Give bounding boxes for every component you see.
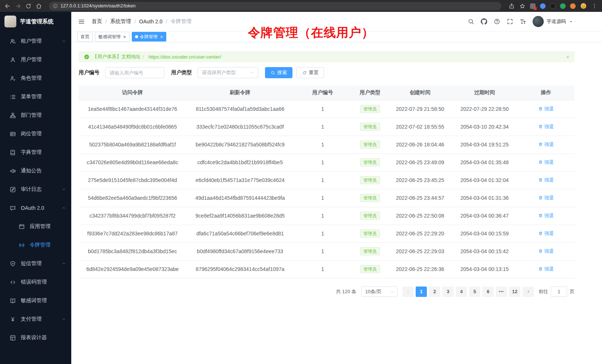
sidebar-item-app[interactable]: 应用管理	[0, 217, 71, 236]
sidebar-item-notice[interactable]: 通知公告	[0, 162, 71, 180]
force-logout-button[interactable]: 强退	[538, 248, 554, 255]
sidebar-item-sensitive[interactable]: 敏感词管理	[0, 291, 71, 310]
user-type-select[interactable]: 请选择用户类型	[197, 67, 258, 78]
search-button[interactable]: 搜索	[265, 67, 292, 78]
fullscreen-icon[interactable]	[507, 18, 513, 25]
jump-label: 前往	[539, 288, 548, 295]
breadcrumb: 首页/系统管理/OAuth 2.0/令牌管理	[92, 18, 192, 25]
user-id-label: 用户编号	[79, 69, 99, 76]
user-id-cell: 1	[294, 171, 351, 189]
jump-page-input[interactable]	[551, 287, 567, 297]
profile-avatar-icon[interactable]	[580, 3, 587, 9]
page-button-1[interactable]: 1	[416, 287, 427, 297]
active-tab-dot	[135, 35, 138, 38]
more-pages-button[interactable]: •••	[496, 287, 507, 297]
sidebar-item-menu[interactable]: 菜单管理	[0, 87, 71, 106]
user-type-badge: 管理员	[360, 105, 380, 113]
app-title: 芋道管理系统	[20, 18, 53, 25]
sidebar-item-user[interactable]: 用户管理	[0, 50, 71, 69]
breadcrumb-item[interactable]: 令牌管理	[171, 18, 192, 25]
tab-close-icon[interactable]: ×	[123, 34, 126, 39]
page-size-value: 10条/页	[365, 288, 382, 295]
force-logout-button[interactable]: 强退	[538, 266, 554, 272]
force-logout-button[interactable]: 强退	[538, 123, 554, 130]
collapse-menu-icon[interactable]	[78, 18, 85, 25]
force-logout-button[interactable]: 强退	[538, 106, 554, 112]
breadcrumb-item[interactable]: 系统管理	[110, 18, 131, 25]
page-size-select[interactable]: 10条/页	[361, 287, 397, 297]
extension-blue-icon[interactable]	[540, 3, 546, 9]
tab-1[interactable]: 敏感词管理 ×	[95, 32, 130, 42]
breadcrumb-item[interactable]: 首页	[92, 18, 102, 25]
font-size-icon[interactable]	[520, 18, 526, 25]
table-row: 41c41346a548490f9dc8b01c6bfe0865 333ecfc…	[79, 118, 575, 136]
sidebar-item-dict[interactable]: 字典管理	[0, 143, 71, 162]
refresh-icon	[302, 70, 307, 75]
user-id-cell: 1	[294, 242, 351, 260]
browser-back-icon[interactable]	[4, 3, 11, 9]
force-logout-button[interactable]: 强退	[538, 159, 554, 166]
github-icon[interactable]	[481, 18, 487, 25]
sidebar-item-dept[interactable]: 部门管理	[0, 106, 71, 125]
page-button-2[interactable]: 2	[429, 287, 440, 297]
force-logout-button[interactable]: 强退	[538, 177, 554, 183]
user-type-placeholder: 请选择用户类型	[202, 69, 236, 76]
browser-menu-icon[interactable]	[591, 3, 598, 9]
browser-home-icon[interactable]	[36, 3, 42, 9]
search-icon[interactable]	[468, 18, 474, 25]
page-button-4[interactable]: 4	[456, 287, 467, 297]
sidebar-item-sms[interactable]: 短信管理	[0, 254, 71, 273]
force-logout-button[interactable]: 强退	[538, 141, 554, 148]
browser-address-bar[interactable]: 127.0.0.1:1024/system/oauth2/token	[49, 2, 501, 10]
force-logout-button[interactable]: 强退	[538, 195, 554, 201]
sidebar-item-token[interactable]: 令牌管理	[0, 236, 71, 254]
topbar-actions: 芋道源码	[468, 16, 573, 27]
browser-reload-icon[interactable]	[25, 3, 32, 9]
user-menu[interactable]: 芋道源码	[533, 16, 573, 27]
sidebar-item-errcode[interactable]: 错误码管理	[0, 273, 71, 291]
user-id-input[interactable]	[105, 67, 164, 78]
page-button-6[interactable]: 6	[482, 287, 494, 297]
sms-icon	[10, 261, 16, 267]
extension-orange-icon[interactable]	[570, 3, 576, 9]
force-logout-button[interactable]: 强退	[538, 230, 554, 237]
force-logout-button[interactable]: 强退	[538, 212, 554, 219]
doc-link[interactable]: https://doc.iocoder.cn/user-center/	[148, 54, 221, 60]
column-header: 访问令牌	[79, 86, 186, 100]
next-page-button[interactable]	[523, 287, 534, 297]
reset-button[interactable]: 重置	[297, 67, 324, 78]
extension-dark-icon[interactable]	[550, 3, 556, 9]
alert-close-icon[interactable]: ×	[566, 54, 569, 60]
access-token-cell: 1ea5e44f8bc1467aaede43144f31de76	[79, 100, 186, 118]
help-icon[interactable]	[494, 18, 500, 25]
create-time-cell: 2022-06-25 23:45:25	[389, 171, 452, 189]
user-id-cell: 1	[294, 225, 351, 242]
pager: 123456•••12	[401, 287, 535, 297]
extension-green-icon[interactable]	[560, 3, 566, 9]
access-token-cell: b0d1785bc3a8482f812db4a3f3bd15ec	[79, 242, 186, 260]
sidebar-item-report[interactable]: 报表设计器	[0, 328, 71, 347]
bookmark-star-icon[interactable]	[519, 3, 526, 9]
breadcrumb-separator: /	[166, 19, 167, 24]
prev-page-button[interactable]	[402, 287, 413, 297]
tab-0[interactable]: 首页	[77, 32, 93, 42]
page-button-12[interactable]: 12	[509, 287, 520, 297]
sidebar-item-tenant[interactable]: 租户管理	[0, 32, 71, 50]
sidebar-item-audit[interactable]: 审计日志	[0, 180, 71, 199]
sidebar-item-role[interactable]: 角色管理	[0, 69, 71, 87]
app-logo[interactable]: 芋道管理系统	[0, 12, 71, 31]
sidebar-item-post[interactable]: 岗位管理	[0, 125, 71, 143]
sidebar-item-pay[interactable]: 支付管理	[0, 310, 71, 328]
browser-forward-icon[interactable]	[15, 3, 21, 9]
pay-icon	[10, 316, 16, 322]
share-icon[interactable]	[508, 3, 515, 9]
page-button-5[interactable]: 5	[469, 287, 480, 297]
extension-badge-icon[interactable]	[530, 3, 536, 9]
tab-2[interactable]: 令牌管理 ×	[132, 32, 167, 42]
breadcrumb-item[interactable]: OAuth 2.0	[139, 19, 163, 24]
reset-button-label: 重置	[309, 69, 318, 76]
site-info-icon[interactable]	[53, 3, 58, 9]
page-button-3[interactable]: 3	[442, 287, 454, 297]
sidebar-item-oauth[interactable]: OAuth 2.0	[0, 199, 71, 217]
tab-close-icon[interactable]: ×	[160, 34, 163, 39]
